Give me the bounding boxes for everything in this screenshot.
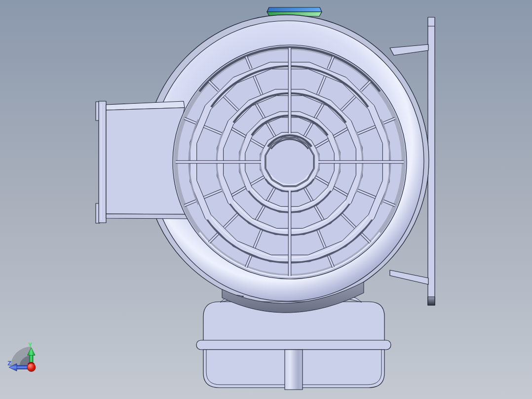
x-axis-origin-ball	[27, 363, 36, 372]
cad-viewport[interactable]: Y Z	[0, 0, 532, 399]
bracket-plate-bottom-cap	[428, 297, 435, 305]
duct-flange-plate[interactable]	[99, 101, 106, 223]
base-mounting-rail[interactable]	[196, 340, 391, 350]
z-axis-label: Z	[7, 359, 11, 367]
grille-center-hole[interactable]	[266, 138, 314, 186]
y-axis-label: Y	[28, 341, 32, 349]
base-center-column[interactable]	[285, 350, 303, 390]
duct-bottom-wall[interactable]	[106, 214, 189, 219]
lug-top-face[interactable]	[267, 7, 322, 12]
cooling-grille[interactable]	[173, 45, 407, 279]
